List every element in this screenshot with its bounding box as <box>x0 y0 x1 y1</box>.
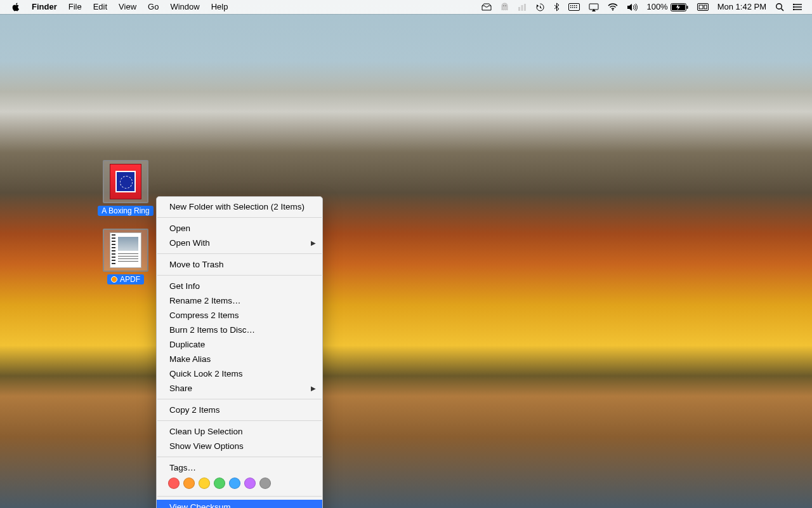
ghost-icon[interactable] <box>496 3 513 11</box>
notification-center-icon[interactable] <box>789 3 807 11</box>
menu-clean-up-selection[interactable]: Clean Up Selection <box>157 424 322 439</box>
menu-bar: Finder File Edit View Go Window Help 100… <box>0 0 812 14</box>
svg-line-23 <box>782 9 784 11</box>
timemachine-icon[interactable] <box>531 3 549 12</box>
apple-menu[interactable] <box>6 3 26 11</box>
menu-window[interactable]: Window <box>164 0 205 14</box>
document-thumbnail <box>110 232 141 268</box>
desktop-icon-thumbnail <box>103 229 148 272</box>
apple-icon <box>12 3 20 11</box>
spotlight-icon[interactable] <box>771 3 789 11</box>
menu-get-info[interactable]: Get Info <box>157 279 322 293</box>
finder-context-menu: New Folder with Selection (2 Items) Open… <box>156 196 323 508</box>
svg-rect-3 <box>521 5 523 11</box>
svg-point-15 <box>612 10 613 11</box>
menu-open[interactable]: Open <box>157 221 322 236</box>
airplay-icon[interactable] <box>584 3 603 11</box>
tag-color-dot[interactable] <box>168 478 180 489</box>
keyboard-input-icon[interactable] <box>564 3 584 11</box>
tag-dot-icon <box>111 276 117 283</box>
svg-point-27 <box>793 4 794 5</box>
battery-percent[interactable]: 100% <box>642 0 692 14</box>
menu-quick-look[interactable]: Quick Look 2 Items <box>157 366 322 381</box>
menu-separator <box>157 399 322 399</box>
menu-bar-right: 100% Mon 1:42 PM <box>477 0 807 14</box>
desktop-icon-thumbnail <box>103 160 148 203</box>
desktop-icon-boxing-ring[interactable]: A Boxing Ring <box>100 160 151 216</box>
wifi-icon[interactable] <box>603 3 622 11</box>
svg-rect-6 <box>570 5 572 6</box>
svg-rect-4 <box>524 4 526 11</box>
svg-rect-18 <box>686 6 688 9</box>
menu-separator <box>157 496 322 497</box>
menu-edit[interactable]: Edit <box>88 0 113 14</box>
svg-point-28 <box>793 6 794 8</box>
tag-color-dot[interactable] <box>214 478 225 489</box>
menu-move-to-trash[interactable]: Move to Trash <box>157 257 322 272</box>
svg-rect-7 <box>572 5 573 6</box>
bluetooth-icon[interactable] <box>549 3 564 11</box>
menu-help[interactable]: Help <box>206 0 234 14</box>
app-name[interactable]: Finder <box>26 0 63 14</box>
svg-rect-12 <box>574 7 575 8</box>
svg-rect-8 <box>574 5 575 6</box>
menu-make-alias[interactable]: Make Alias <box>157 352 322 366</box>
svg-rect-9 <box>576 5 577 6</box>
svg-rect-13 <box>576 7 577 8</box>
svg-rect-21 <box>704 5 707 9</box>
menu-open-with[interactable]: Open With <box>157 236 322 250</box>
menu-file[interactable]: File <box>63 0 88 14</box>
menu-separator <box>157 253 322 254</box>
menu-view-checksum[interactable]: View Checksum <box>157 500 322 508</box>
svg-point-29 <box>793 9 794 10</box>
boxing-ring-thumbnail <box>110 164 141 199</box>
menu-view[interactable]: View <box>113 0 142 14</box>
bars-icon[interactable] <box>513 3 531 11</box>
menu-new-folder-with-selection[interactable]: New Folder with Selection (2 Items) <box>157 199 322 214</box>
desktop-icon-label: APDF <box>107 274 144 284</box>
menu-share[interactable]: Share <box>157 381 322 396</box>
desktop-icon-label: A Boxing Ring <box>98 206 153 216</box>
battery-icon <box>671 3 688 11</box>
inbox-icon[interactable] <box>477 3 496 11</box>
svg-rect-11 <box>572 7 573 8</box>
menu-compress[interactable]: Compress 2 Items <box>157 308 322 323</box>
volume-icon[interactable] <box>622 3 642 11</box>
tag-color-dot[interactable] <box>259 478 271 489</box>
menu-show-view-options[interactable]: Show View Options <box>157 439 322 453</box>
svg-point-1 <box>506 5 507 6</box>
svg-rect-14 <box>589 4 598 10</box>
menu-burn[interactable]: Burn 2 Items to Disc… <box>157 323 322 337</box>
menu-tags-row <box>157 475 322 493</box>
menu-go[interactable]: Go <box>142 0 164 14</box>
desktop-icon-apdf[interactable]: APDF <box>100 229 151 284</box>
svg-point-22 <box>776 4 782 10</box>
menu-separator <box>157 457 322 457</box>
menu-bar-left: Finder File Edit View Go Window Help <box>6 0 233 14</box>
desktop-icon-label-text: APDF <box>120 275 140 284</box>
clock-text[interactable]: Mon 1:42 PM <box>713 0 771 14</box>
battery-percent-text: 100% <box>646 0 667 14</box>
menu-rename[interactable]: Rename 2 Items… <box>157 293 322 308</box>
tag-color-dot[interactable] <box>244 478 256 489</box>
svg-rect-20 <box>699 5 703 9</box>
tag-color-dot[interactable] <box>229 478 240 489</box>
menu-copy[interactable]: Copy 2 Items <box>157 403 322 417</box>
svg-rect-2 <box>518 7 520 11</box>
menu-separator <box>157 275 322 276</box>
svg-point-0 <box>503 5 504 6</box>
svg-rect-10 <box>570 7 572 8</box>
menu-separator <box>157 420 322 421</box>
menu-tags[interactable]: Tags… <box>157 460 322 475</box>
tag-color-dot[interactable] <box>199 478 210 489</box>
menu-duplicate[interactable]: Duplicate <box>157 337 322 352</box>
menu-separator <box>157 217 322 218</box>
tag-color-dot[interactable] <box>183 478 195 489</box>
textinput-icon[interactable] <box>693 3 713 11</box>
